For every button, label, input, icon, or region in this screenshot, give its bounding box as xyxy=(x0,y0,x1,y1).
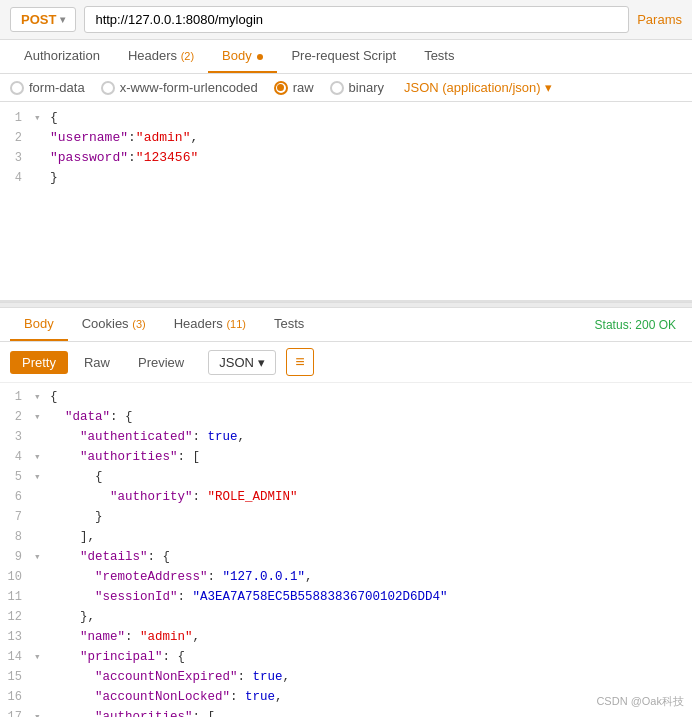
request-code-editor[interactable]: 1 ▾ { 2 "username":"admin", 3 "password"… xyxy=(0,102,692,302)
option-binary[interactable]: binary xyxy=(330,80,384,95)
resp-line-7: 7 } xyxy=(0,507,692,527)
preview-button[interactable]: Preview xyxy=(126,351,196,374)
resp-line-1: 1 ▾ { xyxy=(0,387,692,407)
resp-tab-cookies[interactable]: Cookies (3) xyxy=(68,308,160,341)
resp-line-8: 8 ], xyxy=(0,527,692,547)
resp-line-16: 16 "accountNonLocked": true, xyxy=(0,687,692,707)
radio-urlencoded xyxy=(101,81,115,95)
body-options-row: form-data x-www-form-urlencoded raw bina… xyxy=(0,74,692,102)
method-dropdown[interactable]: POST ▾ xyxy=(10,7,76,32)
option-formdata[interactable]: form-data xyxy=(10,80,85,95)
resp-tab-tests[interactable]: Tests xyxy=(260,308,318,341)
req-line-3: 3 "password":"123456" xyxy=(0,148,692,168)
resp-line-3: 3 "authenticated": true, xyxy=(0,427,692,447)
body-dot xyxy=(257,54,263,60)
top-bar: POST ▾ Params xyxy=(0,0,692,40)
resp-headers-badge: (11) xyxy=(226,318,246,330)
option-urlencoded[interactable]: x-www-form-urlencoded xyxy=(101,80,258,95)
method-chevron: ▾ xyxy=(60,14,65,25)
resp-tab-body[interactable]: Body xyxy=(10,308,68,341)
response-tabs-row: Body Cookies (3) Headers (11) Tests Stat… xyxy=(0,308,692,342)
cookies-badge: (3) xyxy=(132,318,145,330)
watermark: CSDN @Oak科技 xyxy=(596,694,684,709)
req-line-4: 4 } xyxy=(0,168,692,188)
resp-line-17: 17 ▾ "authorities": [ xyxy=(0,707,692,717)
radio-formdata xyxy=(10,81,24,95)
option-raw[interactable]: raw xyxy=(274,80,314,95)
req-line-2: 2 "username":"admin", xyxy=(0,128,692,148)
response-json-dropdown[interactable]: JSON ▾ xyxy=(208,350,276,375)
raw-button[interactable]: Raw xyxy=(72,351,122,374)
tab-prerequest[interactable]: Pre-request Script xyxy=(277,40,410,73)
resp-line-6: 6 "authority": "ROLE_ADMIN" xyxy=(0,487,692,507)
url-input[interactable] xyxy=(84,6,629,33)
wrap-lines-button[interactable]: ≡ xyxy=(286,348,314,376)
response-code-area: 1 ▾ { 2 ▾ "data": { 3 "authenticated": t… xyxy=(0,383,692,717)
method-label: POST xyxy=(21,12,56,27)
resp-line-5: 5 ▾ { xyxy=(0,467,692,487)
params-button[interactable]: Params xyxy=(637,12,682,27)
status-info: Status: 200 OK xyxy=(595,318,682,332)
pretty-button[interactable]: Pretty xyxy=(10,351,68,374)
tab-tests-req[interactable]: Tests xyxy=(410,40,468,73)
radio-binary xyxy=(330,81,344,95)
json-dropdown-chevron: ▾ xyxy=(545,80,552,95)
resp-line-12: 12 }, xyxy=(0,607,692,627)
response-toolbar: Pretty Raw Preview JSON ▾ ≡ xyxy=(0,342,692,383)
resp-line-10: 10 "remoteAddress": "127.0.0.1", xyxy=(0,567,692,587)
radio-raw xyxy=(274,81,288,95)
tab-body[interactable]: Body xyxy=(208,40,277,73)
resp-line-13: 13 "name": "admin", xyxy=(0,627,692,647)
resp-line-15: 15 "accountNonExpired": true, xyxy=(0,667,692,687)
request-tabs-row: Authorization Headers (2) Body Pre-reque… xyxy=(0,40,692,74)
resp-tab-headers[interactable]: Headers (11) xyxy=(160,308,260,341)
resp-line-14: 14 ▾ "principal": { xyxy=(0,647,692,667)
tab-headers[interactable]: Headers (2) xyxy=(114,40,208,73)
resp-line-11: 11 "sessionId": "A3EA7A758EC5B5588383670… xyxy=(0,587,692,607)
tab-authorization[interactable]: Authorization xyxy=(10,40,114,73)
resp-json-chevron: ▾ xyxy=(258,355,265,370)
req-line-1: 1 ▾ { xyxy=(0,108,692,128)
json-format-dropdown[interactable]: JSON (application/json) ▾ xyxy=(404,80,552,95)
resp-line-9: 9 ▾ "details": { xyxy=(0,547,692,567)
resp-line-2: 2 ▾ "data": { xyxy=(0,407,692,427)
resp-line-4: 4 ▾ "authorities": [ xyxy=(0,447,692,467)
headers-badge: (2) xyxy=(181,50,194,62)
